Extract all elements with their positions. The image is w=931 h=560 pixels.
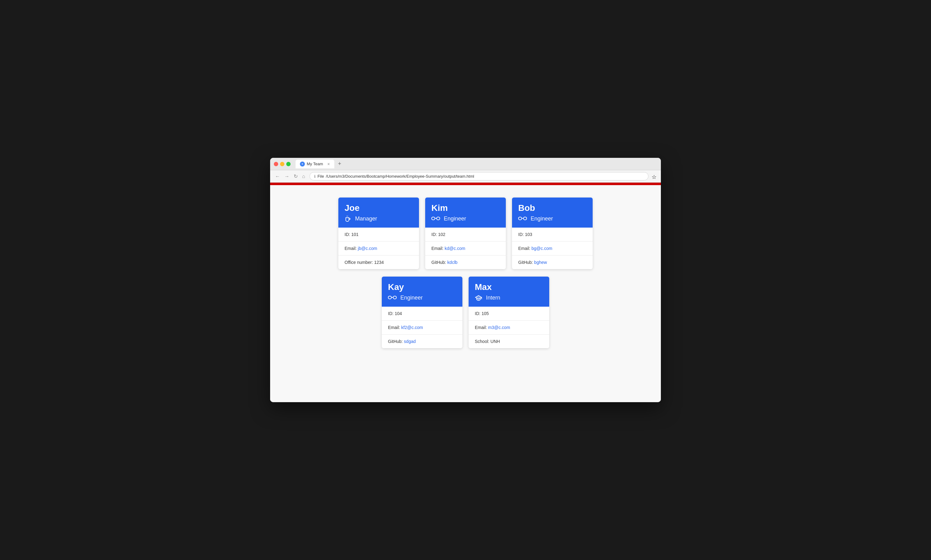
email-link[interactable]: jb@c.com <box>358 246 377 251</box>
employee-role: Manager <box>345 215 413 222</box>
card-field: ID: 104 <box>382 307 462 321</box>
card-header: Joe Manager <box>339 197 419 228</box>
employee-role: Engineer <box>518 215 586 222</box>
svg-line-4 <box>440 218 440 218</box>
forward-button[interactable]: → <box>283 172 291 180</box>
field-label: Email: <box>345 246 358 251</box>
tab-close-button[interactable]: × <box>328 162 330 166</box>
card-field: ID: 101 <box>339 228 419 242</box>
svg-rect-1 <box>437 217 440 220</box>
browser-toolbar: ☆ <box>652 174 657 179</box>
employee-role: Engineer <box>388 295 456 301</box>
page-content: Joe Manager ID: 101Email: jb@c.comOffice… <box>270 185 661 402</box>
title-bar: ● My Team × + <box>270 158 661 170</box>
card-body: ID: 102Email: kd@c.comGitHub: kdclb <box>425 228 506 269</box>
role-label: Intern <box>486 295 500 301</box>
role-label: Engineer <box>444 215 466 222</box>
svg-line-14 <box>396 297 397 297</box>
svg-line-13 <box>388 297 388 297</box>
field-label: Office number: 1234 <box>345 260 384 265</box>
card-field: Email: kf2@c.com <box>382 321 462 335</box>
address-bar: ← → ↻ ⌂ ℹ File /Users/m3/Documents/Bootc… <box>270 170 661 183</box>
card-field: GitHub: kdclb <box>425 255 506 269</box>
field-label: ID: 104 <box>388 311 402 316</box>
svg-rect-6 <box>523 217 526 220</box>
employee-name: Max <box>475 282 543 292</box>
employee-role: Engineer <box>431 215 500 222</box>
card-field: Email: bg@c.com <box>512 242 592 255</box>
email-link[interactable]: m3@c.com <box>488 325 510 330</box>
browser-tab[interactable]: ● My Team × <box>295 160 334 168</box>
card-field: Email: m3@c.com <box>469 321 549 335</box>
field-label: Email: <box>388 325 401 330</box>
card-field: Office number: 1234 <box>339 255 419 269</box>
employee-card: Kim Engineer ID: 102Email: kd@c.comGitHu… <box>425 197 506 269</box>
cards-row-1: Joe Manager ID: 101Email: jb@c.comOffice… <box>276 197 655 269</box>
email-link[interactable]: kf2@c.com <box>401 325 423 330</box>
tab-title-text: My Team <box>307 162 323 166</box>
close-button[interactable] <box>274 162 278 166</box>
card-body: ID: 101Email: jb@c.comOffice number: 123… <box>339 228 419 269</box>
employee-card: Joe Manager ID: 101Email: jb@c.comOffice… <box>339 197 419 269</box>
card-body: ID: 103Email: bg@c.comGitHub: bghew <box>512 228 592 269</box>
github-link[interactable]: sdgad <box>404 339 415 344</box>
field-label: ID: 102 <box>431 232 445 237</box>
nav-buttons: ← → ↻ ⌂ <box>274 172 306 180</box>
red-stripe <box>270 183 661 185</box>
field-label: School: UNH <box>475 339 500 344</box>
role-label: Engineer <box>400 295 423 301</box>
employee-name: Kay <box>388 282 456 292</box>
url-protocol: File <box>318 174 324 178</box>
employee-name: Kim <box>431 203 500 213</box>
field-label: Email: <box>475 325 488 330</box>
maximize-button[interactable] <box>286 162 291 166</box>
employee-card: Kay Engineer ID: 104Email: kf2@c.comGitH… <box>382 277 462 348</box>
card-header: Kim Engineer <box>425 197 506 228</box>
role-label: Manager <box>355 215 377 222</box>
employee-card: Bob Engineer ID: 103Email: bg@c.comGitHu… <box>512 197 592 269</box>
tab-favicon: ● <box>300 162 305 166</box>
traffic-lights <box>274 162 291 166</box>
employee-name: Joe <box>345 203 413 213</box>
url-bar[interactable]: ℹ File /Users/m3/Documents/Bootcamp/Home… <box>309 172 648 180</box>
github-link[interactable]: bghew <box>534 260 547 265</box>
card-body: ID: 104Email: kf2@c.comGitHub: sdgad <box>382 307 462 348</box>
browser-window: ● My Team × + ← → ↻ ⌂ ℹ File /Users/m3/D… <box>270 158 661 402</box>
employee-role: Intern <box>475 295 543 301</box>
svg-marker-15 <box>476 295 482 299</box>
card-field: Email: kd@c.com <box>425 242 506 255</box>
url-protocol-icon: ℹ <box>314 174 316 178</box>
svg-rect-11 <box>393 296 396 299</box>
card-field: GitHub: sdgad <box>382 335 462 348</box>
card-field: ID: 102 <box>425 228 506 242</box>
back-button[interactable]: ← <box>274 172 281 180</box>
employee-name: Bob <box>518 203 586 213</box>
field-label: ID: 101 <box>345 232 359 237</box>
svg-rect-5 <box>519 217 522 220</box>
svg-rect-0 <box>432 217 435 220</box>
home-button[interactable]: ⌂ <box>301 172 306 180</box>
cards-row-2: Kay Engineer ID: 104Email: kf2@c.comGitH… <box>276 277 655 348</box>
field-label: GitHub: <box>518 260 534 265</box>
card-field: School: UNH <box>469 335 549 348</box>
github-link[interactable]: kdclb <box>447 260 457 265</box>
card-field: ID: 105 <box>469 307 549 321</box>
card-field: Email: jb@c.com <box>339 242 419 255</box>
minimize-button[interactable] <box>280 162 285 166</box>
role-label: Engineer <box>531 215 553 222</box>
new-tab-button[interactable]: + <box>335 161 344 167</box>
url-text: /Users/m3/Documents/Bootcamp/Homework/Em… <box>326 174 474 178</box>
email-link[interactable]: bg@c.com <box>532 246 552 251</box>
field-label: GitHub: <box>388 339 404 344</box>
employee-card: Max Intern ID: 105Email: m3@c.comSchool:… <box>469 277 549 348</box>
card-header: Max Intern <box>469 277 549 307</box>
star-icon[interactable]: ☆ <box>652 174 657 179</box>
card-field: ID: 103 <box>512 228 592 242</box>
email-link[interactable]: kd@c.com <box>445 246 465 251</box>
field-label: Email: <box>518 246 532 251</box>
card-header: Kay Engineer <box>382 277 462 307</box>
refresh-button[interactable]: ↻ <box>292 172 299 180</box>
field-label: GitHub: <box>431 260 447 265</box>
card-header: Bob Engineer <box>512 197 592 228</box>
field-label: Email: <box>431 246 445 251</box>
